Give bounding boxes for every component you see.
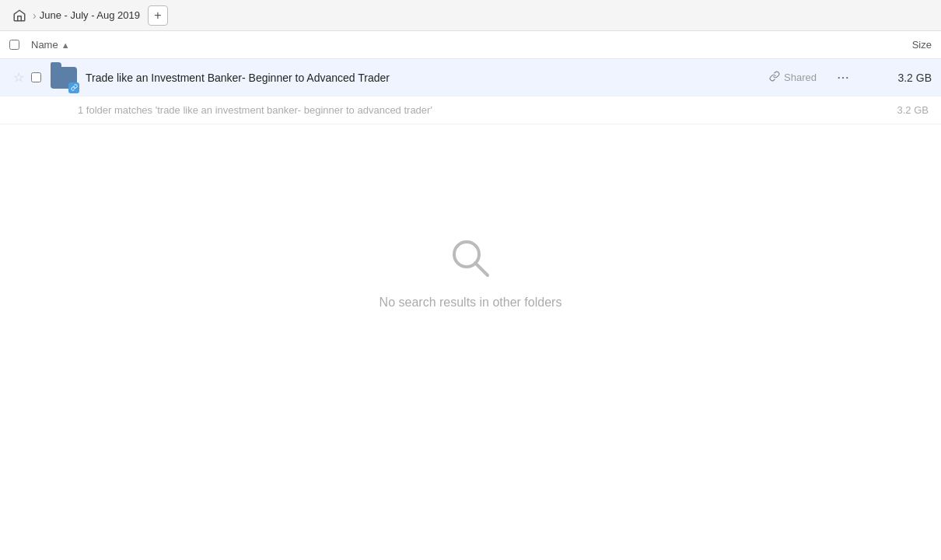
- star-icon: ☆: [13, 70, 24, 85]
- svg-line-4: [475, 263, 488, 275]
- match-info-text: 1 folder matches 'trade like an investme…: [78, 104, 866, 116]
- empty-search-icon: [446, 233, 495, 283]
- match-info-row: 1 folder matches 'trade like an investme…: [0, 96, 941, 124]
- name-column-label: Name: [31, 39, 58, 51]
- breadcrumb-separator: ›: [33, 9, 37, 22]
- file-name-label: Trade like an Investment Banker- Beginne…: [86, 72, 769, 84]
- svg-point-2: [846, 76, 848, 78]
- file-list-item[interactable]: ☆ Trade like an Investment Banker- Begin…: [0, 59, 941, 96]
- row-checkbox-input[interactable]: [31, 72, 41, 82]
- select-all-input[interactable]: [9, 40, 19, 50]
- size-column-header: Size: [869, 39, 932, 51]
- home-button[interactable]: [9, 5, 30, 26]
- match-info-size: 3.2 GB: [866, 104, 929, 116]
- shared-badge: Shared: [769, 71, 817, 84]
- empty-state: No search results in other folders: [0, 202, 941, 341]
- sort-arrow-icon: ▲: [61, 40, 70, 50]
- add-tab-button[interactable]: +: [148, 5, 168, 26]
- empty-state-message: No search results in other folders: [380, 296, 562, 310]
- name-column-header[interactable]: Name ▲: [31, 39, 869, 51]
- svg-point-1: [842, 76, 844, 78]
- shared-label: Shared: [784, 72, 817, 83]
- more-options-button[interactable]: [832, 67, 854, 89]
- row-checkbox[interactable]: [31, 72, 50, 82]
- file-size-label: 3.2 GB: [869, 72, 932, 84]
- link-badge-icon: [68, 82, 79, 93]
- select-all-checkbox[interactable]: [9, 40, 31, 50]
- breadcrumb-bar: › June - July - Aug 2019 +: [0, 0, 941, 31]
- star-button[interactable]: ☆: [9, 70, 28, 85]
- breadcrumb-title: June - July - Aug 2019: [40, 9, 140, 21]
- folder-icon-wrap: [50, 64, 78, 92]
- svg-point-0: [838, 76, 840, 78]
- shared-link-icon: [769, 71, 780, 84]
- column-header-row: Name ▲ Size: [0, 31, 941, 59]
